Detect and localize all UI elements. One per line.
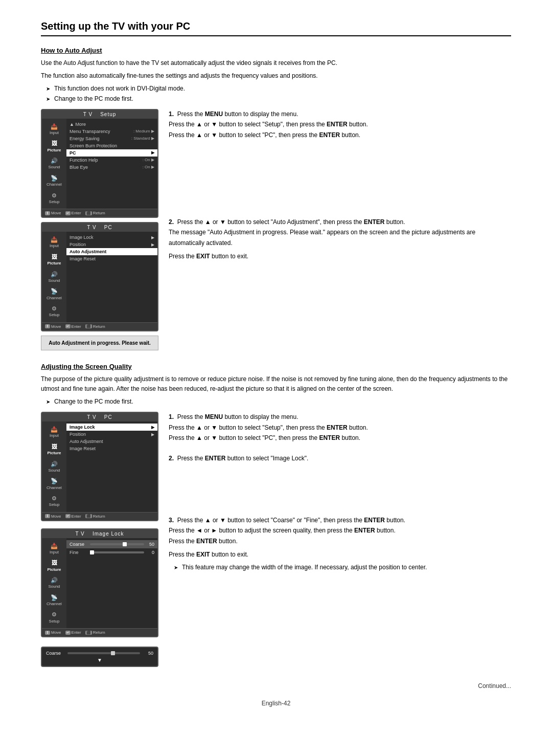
footer-return: ⬛ Return	[85, 211, 105, 215]
section-screen-quality: Adjusting the Screen Quality The purpose…	[41, 363, 511, 667]
sidebar-input3: 📥Input	[42, 424, 66, 441]
menu2-main: Image Lock▶ Position▶ Auto Adjustment Im…	[66, 232, 157, 322]
channel-icon2: 📡	[44, 287, 64, 295]
tv-menu-pc2: T V PC 📥Input 🖼Picture 🔊Sound 📡Channel ⚙…	[41, 412, 158, 521]
menu-item-imagereset: Image Reset	[66, 255, 157, 262]
footer-enter4: ↵ Enter	[65, 630, 81, 635]
section1-desc1: Use the Auto Adjust function to have the…	[41, 58, 511, 68]
coarse-down-arrow: ▼	[46, 657, 153, 663]
menu1-header: T V Setup	[42, 110, 157, 119]
section2-desc: The purpose of the picture quality adjus…	[41, 374, 511, 394]
menu2-footer: ⇕ Move ↵ Enter ⬛ Return	[42, 322, 157, 330]
menu-item-autoadj: Auto Adjustment	[66, 248, 157, 255]
tv-menu-imagelock: T V Image Lock 📥Input 🖼Picture 🔊Sound 📡C…	[41, 528, 158, 637]
coarse-label: Coarse	[46, 651, 64, 656]
pc-label2: PC	[104, 414, 112, 420]
picture-icon4: 🖼	[44, 559, 64, 566]
picture-icon2: 🖼	[44, 253, 64, 260]
sidebar-channel2: 📡Channel	[42, 285, 66, 303]
fine-row: Fine 0	[66, 548, 157, 557]
sound-icon3: 🔊	[44, 460, 64, 468]
footer-return2: ⬛ Return	[85, 324, 105, 329]
section2-screenshots: T V PC 📥Input 🖼Picture 🔊Sound 📡Channel ⚙…	[41, 412, 158, 667]
coarse-indicator-row: Coarse 50	[46, 651, 153, 656]
menu3-footer: ⇕ Move ↵ Enter ⬛ Return	[42, 512, 157, 520]
menu4-header: T V Image Lock	[42, 529, 157, 538]
channel-icon4: 📡	[44, 594, 64, 601]
tv-label: T V	[83, 112, 93, 117]
sound-icon: 🔊	[44, 157, 64, 164]
bullet-item: Change to the PC mode first.	[46, 94, 511, 104]
step2-1: 1. Press the MENU button to display the …	[169, 412, 511, 443]
page-title: Setting up the TV with your PC	[41, 20, 511, 36]
tv-label3: T V	[87, 414, 96, 420]
page-container: Setting up the TV with your PC How to Au…	[41, 20, 511, 707]
input-icon3: 📥	[44, 426, 64, 433]
input-icon4: 📥	[44, 542, 64, 549]
menu4-main: Coarse 50 Fine 0	[66, 538, 157, 628]
sidebar-picture4: 🖼Picture	[42, 557, 66, 574]
menu-item-imagereset2: Image Reset	[66, 445, 157, 452]
channel-icon: 📡	[44, 174, 64, 182]
menu-item-blue-eye: Blue Eye: On ▶	[66, 164, 157, 171]
menu-item-transparency: Menu Transparency: Medium ▶	[66, 128, 157, 135]
input-icon: 📥	[44, 123, 64, 130]
menu4-body: 📥Input 🖼Picture 🔊Sound 📡Channel ⚙Setup C…	[42, 538, 157, 628]
picture-icon: 🖼	[44, 140, 64, 147]
tv-label4: T V	[75, 531, 84, 537]
setup-icon4: ⚙	[44, 611, 64, 618]
sidebar-input: 📥Input	[42, 121, 66, 138]
menu-item-position: Position▶	[66, 241, 157, 248]
step2-3-text: 3. Press the ▲ or ▼ button to select "Co…	[169, 515, 511, 546]
picture-icon3: 🖼	[44, 443, 64, 450]
sidebar-picture3: 🖼Picture	[42, 441, 66, 458]
coarse-bar-value: 50	[143, 651, 153, 656]
setup-icon2: ⚙	[44, 305, 64, 312]
section1-desc2: The function also automatically fine-tun…	[41, 71, 511, 81]
menu2-body: 📥Input 🖼Picture 🔊Sound 📡Channel ⚙Setup I…	[42, 232, 157, 322]
fine-value: 0	[146, 550, 154, 555]
menu3-body: 📥Input 🖼Picture 🔊Sound 📡Channel ⚙Setup I…	[42, 421, 157, 512]
setup-icon: ⚙	[44, 192, 64, 199]
footer-move2: ⇕ Move	[45, 324, 61, 329]
auto-adjustment-notice: Auto Adjustment in progress. Please wait…	[41, 336, 158, 350]
section2-content: T V PC 📥Input 🖼Picture 🔊Sound 📡Channel ⚙…	[41, 412, 511, 667]
coarse-thumb	[123, 542, 127, 546]
coarse-bar-track	[67, 652, 140, 654]
footer-enter3: ↵ Enter	[65, 514, 81, 519]
bullet-item: This function does not work in DVI-Digit…	[46, 84, 511, 94]
footer-move3: ⇕ Move	[45, 514, 61, 519]
sidebar-setup2: ⚙Setup	[42, 303, 66, 320]
menu-item-function-help: Function Help: On ▶	[66, 157, 157, 164]
fine-track	[90, 551, 144, 553]
step2-3: 3. Press the ▲ or ▼ button to select "Co…	[169, 515, 511, 573]
sidebar-setup: ⚙Setup	[42, 190, 66, 207]
step2-2: 2. Press the ENTER button to select "Ima…	[169, 453, 511, 463]
step2-2-text: 2. Press the ENTER button to select "Ima…	[169, 453, 511, 463]
menu-item-energy: Energy Saving: Standard ▶	[66, 135, 157, 142]
setup-icon3: ⚙	[44, 495, 64, 502]
menu1-body: 📥Input 🖼Picture 🔊Sound 📡Channel ⚙Setup ▲…	[42, 119, 157, 209]
step2-1-text: 1. Press the MENU button to display the …	[169, 412, 511, 443]
section-auto-adjust: How to Auto Adjust Use the Auto Adjust f…	[41, 47, 511, 350]
step2-3-exit: Press the EXIT button to exit.	[169, 549, 511, 560]
menu-item-position2: Position▶	[66, 431, 157, 438]
sidebar-input2: 📥Input	[42, 234, 66, 251]
sidebar-sound3: 🔊Sound	[42, 458, 66, 476]
section1-screenshots: T V Setup 📥Input 🖼Picture 🔊Sound 📡Channe…	[41, 109, 158, 350]
menu4-footer: ⇕ Move ↵ Enter ⬛ Return	[42, 628, 157, 636]
sidebar-input4: 📥Input	[42, 540, 66, 558]
coarse-bar-thumb	[111, 651, 115, 655]
menu-item-screen-burn: Screen Burn Protection	[66, 142, 157, 149]
continued-label: Continued...	[41, 682, 511, 690]
setup-label: Setup	[100, 112, 116, 117]
coarse-row: Coarse 50	[66, 540, 157, 548]
step1: 1. Press the MENU button to display the …	[169, 109, 511, 140]
sound-icon2: 🔊	[44, 271, 64, 278]
footer-return3: ⬛ Return	[85, 514, 105, 519]
sidebar-setup3: ⚙Setup	[42, 493, 66, 510]
channel-icon3: 📡	[44, 477, 64, 484]
footer-move: ⇕ Move	[45, 211, 61, 215]
imagelock-label: Image Lock	[93, 531, 124, 537]
bullet-item2: Change to the PC mode first.	[46, 397, 511, 407]
